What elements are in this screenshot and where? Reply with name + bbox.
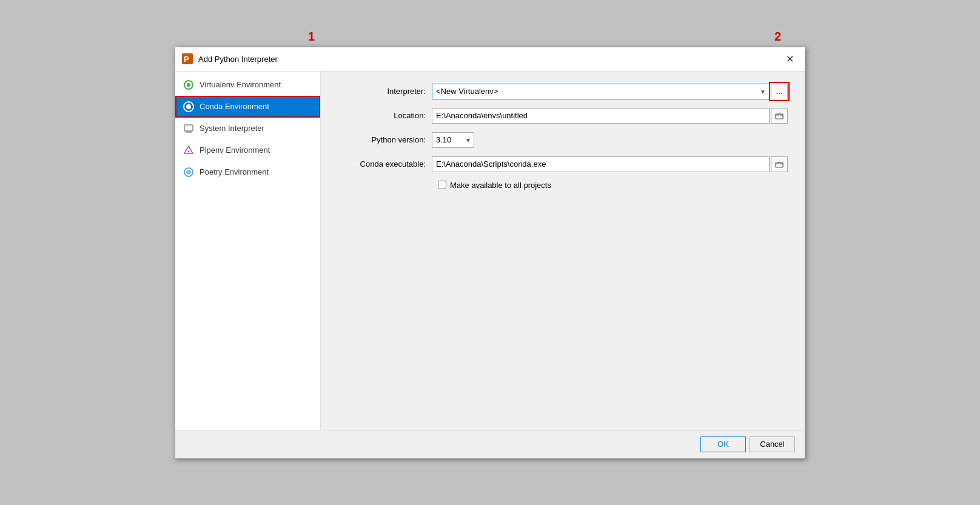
app-icon: P	[181, 53, 193, 65]
virtualenv-icon	[183, 79, 195, 91]
pipenv-icon	[183, 144, 195, 156]
sidebar-item-pipenv-label: Pipenv Environment	[200, 145, 270, 155]
make-available-label[interactable]: Make available to all projects	[450, 181, 551, 190]
svg-rect-13	[776, 114, 783, 119]
location-input[interactable]	[432, 108, 770, 124]
poetry-icon	[183, 166, 195, 178]
python-version-control: 3.10 3.9 3.8 3.7 ▼	[432, 132, 788, 148]
dialog-title: Add Python Interpreter	[198, 55, 781, 64]
sidebar-item-pipenv[interactable]: Pipenv Environment	[175, 139, 320, 161]
python-version-select-container: 3.10 3.9 3.8 3.7 ▼	[432, 132, 474, 148]
sidebar-item-virtualenv-label: Virtualenv Environment	[200, 80, 281, 89]
interpreter-row: Interpreter: <New Virtualenv> ▼ …	[338, 84, 788, 99]
dialog-footer: OK Cancel	[175, 430, 805, 458]
conda-executable-browse-button[interactable]	[771, 156, 788, 172]
location-label: Location:	[338, 111, 432, 120]
annotation-1: 1	[308, 30, 315, 44]
main-content: Interpreter: <New Virtualenv> ▼ … Locati…	[321, 72, 805, 430]
conda-executable-row: Conda executable:	[338, 156, 788, 172]
interpreter-select[interactable]: <New Virtualenv>	[432, 84, 770, 99]
interpreter-control: <New Virtualenv> ▼ …	[432, 84, 788, 99]
sidebar-item-conda-label: Conda Environment	[200, 102, 269, 111]
location-row: Location:	[338, 108, 788, 124]
conda-icon	[183, 101, 195, 113]
location-control	[432, 108, 788, 124]
python-version-select[interactable]: 3.10 3.9 3.8 3.7	[432, 132, 474, 148]
ok-button[interactable]: OK	[700, 436, 746, 452]
sidebar-item-system[interactable]: System Interpreter	[175, 118, 320, 139]
location-browse-button[interactable]	[771, 108, 788, 124]
interpreter-label: Interpreter:	[338, 87, 432, 96]
python-version-label: Python version:	[338, 135, 432, 144]
cancel-button[interactable]: Cancel	[750, 436, 795, 452]
sidebar-item-poetry-label: Poetry Environment	[200, 167, 269, 176]
interpreter-select-wrapper: <New Virtualenv> ▼	[432, 84, 770, 99]
sidebar-item-system-label: System Interpreter	[200, 124, 264, 133]
conda-executable-control	[432, 156, 788, 172]
make-available-row: Make available to all projects	[438, 181, 788, 190]
svg-point-3	[187, 83, 190, 87]
sidebar-item-virtualenv[interactable]: Virtualenv Environment	[175, 74, 320, 96]
system-icon	[183, 122, 195, 135]
interpreter-browse-button[interactable]: …	[771, 84, 788, 99]
sidebar-item-conda[interactable]: Conda Environment	[175, 96, 320, 118]
svg-point-11	[188, 150, 190, 152]
svg-rect-14	[776, 162, 783, 167]
annotation-2: 2	[774, 30, 781, 44]
svg-rect-6	[184, 125, 193, 131]
sidebar-item-poetry[interactable]: Poetry Environment	[175, 161, 320, 183]
conda-executable-label: Conda executable:	[338, 159, 432, 169]
title-bar: P Add Python Interpreter ✕	[175, 47, 805, 72]
svg-point-5	[186, 104, 191, 109]
make-available-checkbox[interactable]	[438, 181, 446, 189]
python-version-row: Python version: 3.10 3.9 3.8 3.7 ▼	[338, 132, 788, 148]
svg-text:P: P	[184, 55, 189, 64]
conda-executable-input[interactable]	[432, 156, 770, 172]
close-button[interactable]: ✕	[781, 52, 799, 66]
dialog-body: Virtualenv Environment Conda Environment	[175, 72, 805, 430]
sidebar: Virtualenv Environment Conda Environment	[175, 72, 321, 430]
